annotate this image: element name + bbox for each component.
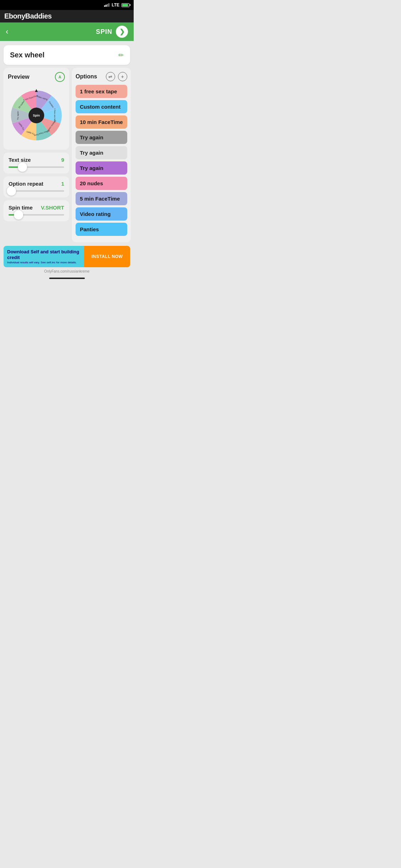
ad-sub-text: Individual results will vary. See self.i… <box>7 261 81 264</box>
status-bar: LTE <box>0 0 134 10</box>
option-repeat-header: Option repeat 1 <box>9 181 64 187</box>
spin-time-label: Spin time <box>9 205 33 211</box>
option-item[interactable]: Try again <box>76 161 127 175</box>
auto-icon[interactable]: A <box>55 72 65 82</box>
text-size-card: Text size 9 <box>4 153 69 174</box>
text-size-header: Text size 9 <box>9 157 64 163</box>
watermark: OnlyFans.com/russiankreme <box>0 269 134 275</box>
options-list: 1 free sex tapeCustom content10 min Face… <box>76 85 127 238</box>
option-item[interactable]: 10 min FaceTime <box>76 115 127 129</box>
plus-icon: + <box>121 74 124 79</box>
option-item[interactable]: 5 min FaceTime <box>76 192 127 205</box>
page-title-card: Sex wheel ✏ <box>4 45 130 65</box>
spin-button[interactable]: ❯ <box>116 26 128 38</box>
nav-bar: ‹ SPIN ❯ <box>0 22 134 41</box>
spin-time-card: Spin time V.SHORT <box>4 200 69 221</box>
text-size-value: 9 <box>61 157 64 163</box>
shuffle-button[interactable]: ⇌ <box>106 72 115 81</box>
option-item[interactable]: Try again <box>76 131 127 144</box>
ad-main-text: Download Self and start building credit <box>7 249 81 260</box>
preview-card: Preview A <box>4 68 69 150</box>
option-item[interactable]: Custom content <box>76 100 127 113</box>
option-item[interactable]: 20 nudes <box>76 177 127 190</box>
signal-icon <box>104 3 109 7</box>
option-repeat-slider[interactable] <box>9 190 64 192</box>
home-indicator <box>0 275 134 280</box>
ad-left: Download Self and start building credit … <box>4 246 84 267</box>
options-icons: ⇌ + <box>106 72 127 81</box>
preview-header: Preview A <box>8 72 65 82</box>
options-header: Options ⇌ + <box>76 72 127 81</box>
svg-text:Try again: Try again <box>17 111 19 120</box>
svg-marker-14 <box>35 89 38 92</box>
carrier-label: LTE <box>112 2 119 7</box>
right-panel: Options ⇌ + 1 free sex tapeCustom conten… <box>72 68 131 242</box>
app-header: EbonyBaddies <box>0 10 134 22</box>
option-repeat-value: 1 <box>61 181 64 187</box>
main-content: Preview A <box>0 68 134 242</box>
svg-text:Spin: Spin <box>33 114 40 117</box>
app-title: EbonyBaddies <box>4 12 52 20</box>
page-title: Sex wheel <box>10 51 45 59</box>
text-size-label: Text size <box>9 157 31 163</box>
option-item[interactable]: Try again <box>76 146 127 159</box>
ad-cta-button[interactable]: INSTALL NOW <box>92 254 123 259</box>
option-item[interactable]: Panties <box>76 223 127 236</box>
preview-label: Preview <box>8 74 29 80</box>
spin-time-header: Spin time V.SHORT <box>9 205 64 211</box>
shuffle-icon: ⇌ <box>108 74 112 79</box>
add-option-button[interactable]: + <box>118 72 127 81</box>
wheel-container[interactable]: 5 min FaceTime Video rating Panties 1 fr… <box>8 86 65 145</box>
options-label: Options <box>76 73 97 80</box>
spin-time-value: V.SHORT <box>41 205 64 211</box>
text-size-slider[interactable] <box>9 166 64 168</box>
option-item[interactable]: Video rating <box>76 207 127 221</box>
spin-wheel[interactable]: 5 min FaceTime Video rating Panties 1 fr… <box>8 87 65 144</box>
ad-banner[interactable]: Download Self and start building credit … <box>4 246 130 267</box>
left-panel: Preview A <box>4 68 69 242</box>
spin-time-slider[interactable] <box>9 214 64 216</box>
back-button[interactable]: ‹ <box>6 27 8 36</box>
battery-icon <box>122 3 129 7</box>
ad-cta-area[interactable]: INSTALL NOW <box>84 246 130 267</box>
option-repeat-label: Option repeat <box>9 181 43 187</box>
spin-label: SPIN <box>96 28 112 36</box>
option-repeat-card: Option repeat 1 <box>4 176 69 197</box>
home-bar <box>49 278 85 279</box>
edit-icon[interactable]: ✏ <box>118 51 124 59</box>
spin-area: SPIN ❯ <box>96 26 128 38</box>
option-item[interactable]: 1 free sex tape <box>76 85 127 98</box>
